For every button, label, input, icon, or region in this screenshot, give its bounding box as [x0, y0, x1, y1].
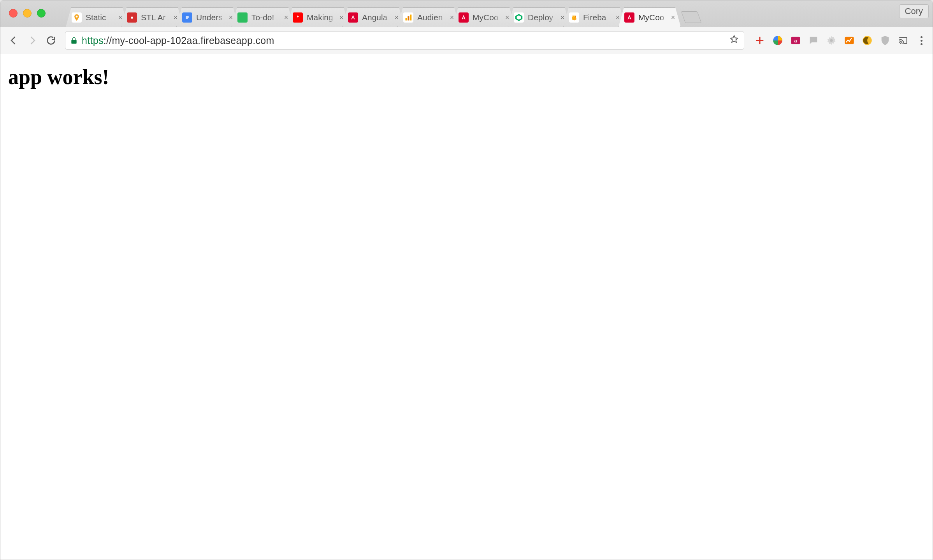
tab-firebase[interactable]: Fireba ×: [563, 7, 626, 27]
evernote-icon: [237, 12, 248, 23]
angular-icon: [624, 12, 634, 23]
tab-close-button[interactable]: ×: [669, 14, 676, 21]
analytics-icon: [403, 12, 413, 23]
new-tab-button[interactable]: [681, 11, 702, 23]
url-scheme: https: [82, 35, 104, 46]
tab-title: Audien: [417, 13, 447, 22]
color-wheel-extension-icon[interactable]: [771, 34, 784, 47]
reload-button[interactable]: [43, 33, 59, 48]
qi-extension-icon[interactable]: a: [789, 34, 802, 47]
tab-close-button[interactable]: ×: [283, 14, 290, 21]
youtube-icon: [293, 12, 303, 23]
map-pin-icon: [72, 12, 82, 23]
tab-title: STL Ar: [141, 13, 170, 22]
moon-extension-icon[interactable]: [861, 34, 873, 47]
window-controls: [9, 9, 46, 18]
svg-rect-6: [408, 16, 409, 20]
tab-static[interactable]: Static ×: [66, 7, 128, 27]
address-bar[interactable]: https://my-cool-app-102aa.firebaseapp.co…: [65, 31, 744, 50]
forward-button[interactable]: [25, 33, 40, 48]
tab-unders[interactable]: Unders ×: [176, 7, 239, 27]
url-text: https://my-cool-app-102aa.firebaseapp.co…: [82, 35, 725, 46]
tab-title: MyCoo: [473, 13, 502, 22]
gdoc-icon: [182, 12, 192, 23]
toolbar: https://my-cool-app-102aa.firebaseapp.co…: [0, 27, 933, 54]
angular-icon: [459, 12, 469, 23]
browser-window: Static × ■ STL Ar × Unders ×: [0, 0, 933, 560]
maximize-window-button[interactable]: [37, 9, 46, 18]
tab-strip: Static × ■ STL Ar × Unders ×: [0, 0, 933, 27]
tab-todo[interactable]: To-do! ×: [232, 7, 294, 27]
tab-title: Static: [86, 13, 115, 22]
tab-angular[interactable]: Angula ×: [342, 7, 404, 27]
tabs-container: Static × ■ STL Ar × Unders ×: [66, 7, 674, 27]
tab-close-button[interactable]: ×: [504, 14, 511, 21]
plus-extension-icon[interactable]: [754, 34, 766, 47]
tab-close-button[interactable]: ×: [227, 14, 234, 21]
svg-rect-5: [406, 18, 407, 20]
tab-making[interactable]: Making ×: [287, 7, 349, 27]
tab-title: MyCoo: [638, 13, 668, 22]
tab-close-button[interactable]: ×: [172, 14, 179, 21]
tab-title: Making: [307, 13, 336, 22]
back-button[interactable]: [6, 33, 21, 48]
tab-close-button[interactable]: ×: [559, 14, 566, 21]
tab-title: Fireba: [583, 13, 613, 22]
chrome-menu-button[interactable]: [915, 33, 927, 48]
extensions-area: a: [750, 34, 912, 47]
settings-extension-icon[interactable]: [825, 34, 838, 47]
tab-title: Angula: [362, 13, 392, 22]
tab-title: Unders: [196, 13, 226, 22]
page-heading: app works!: [8, 65, 925, 89]
tab-close-button[interactable]: ×: [614, 14, 621, 21]
svg-rect-7: [410, 14, 411, 20]
svg-text:a: a: [794, 38, 797, 44]
url-path: ://my-cool-app-102aa.firebaseapp.com: [104, 35, 274, 46]
profile-name: Cory: [905, 6, 923, 16]
shield-extension-icon[interactable]: [879, 34, 891, 47]
tab-close-button[interactable]: ×: [338, 14, 345, 21]
tab-audien[interactable]: Audien ×: [397, 7, 460, 27]
page-content: app works!: [0, 54, 933, 560]
svg-rect-2: [186, 17, 189, 18]
svg-rect-1: [186, 16, 189, 17]
tab-close-button[interactable]: ×: [448, 14, 455, 21]
chart-extension-icon[interactable]: [843, 34, 856, 47]
cast-extension-icon[interactable]: [897, 34, 909, 47]
tab-close-button[interactable]: ×: [117, 14, 124, 21]
tab-mycoo-1[interactable]: MyCoo ×: [453, 7, 515, 27]
tab-mycoo-active[interactable]: MyCoo ×: [618, 7, 681, 27]
stl-icon: ■: [127, 12, 137, 23]
tab-title: Deploy: [528, 13, 557, 22]
minimize-window-button[interactable]: [23, 9, 32, 18]
chat-extension-icon[interactable]: [807, 34, 820, 47]
bookmark-star-icon[interactable]: [729, 34, 739, 47]
angular-icon: [348, 12, 358, 23]
lock-icon: [70, 36, 78, 45]
tab-title: To-do!: [251, 13, 281, 22]
firebase-icon: [569, 12, 579, 23]
svg-rect-12: [845, 37, 854, 44]
tab-close-button[interactable]: ×: [393, 14, 400, 21]
profile-badge[interactable]: Cory: [899, 4, 929, 18]
tab-deploy[interactable]: Deploy ×: [508, 7, 570, 27]
close-window-button[interactable]: [9, 9, 18, 18]
svg-rect-3: [186, 18, 188, 19]
tab-stl[interactable]: ■ STL Ar ×: [121, 7, 183, 27]
deploy-icon: [514, 12, 524, 23]
